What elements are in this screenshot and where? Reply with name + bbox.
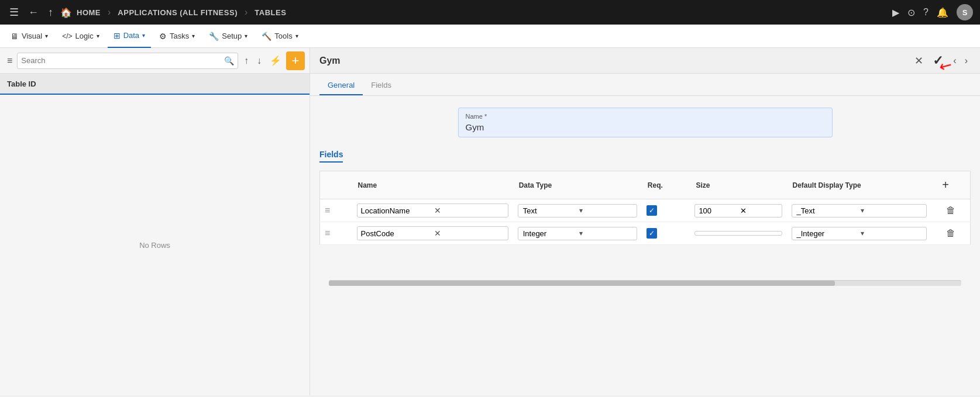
- nav-tools[interactable]: 🔨 Tools ▾: [256, 25, 304, 48]
- scrollbar-thumb: [329, 281, 835, 286]
- size-clear-1[interactable]: ✕: [740, 206, 778, 215]
- sidebar-toolbar-actions: ↑ ↓ ⚡ +: [240, 51, 305, 70]
- field-type-value-2: Integer: [523, 229, 576, 238]
- fields-table: Name Data Type Req. Size Default Display…: [319, 171, 971, 245]
- tables-label: TABLES: [255, 8, 286, 17]
- content-header-actions: ✕ ✓: [912, 51, 945, 71]
- display-type-value-2: _Integer: [797, 229, 858, 238]
- nav-tasks-label: Tasks: [170, 32, 189, 40]
- panel-title: Gym: [319, 56, 907, 66]
- field-name-clear-2[interactable]: ✕: [434, 229, 504, 238]
- delete-row-button-1[interactable]: 🗑: [946, 205, 955, 216]
- horizontal-scrollbar[interactable]: [329, 280, 961, 286]
- nav-setup-label: Setup: [222, 32, 242, 40]
- name-field-value[interactable]: Gym: [466, 122, 825, 132]
- req-checkbox-1[interactable]: ✓: [647, 205, 657, 216]
- sidebar-toolbar: ≡ 🔍 ↑ ↓ ⚡ +: [0, 48, 310, 74]
- nav-logic-label: Logic: [75, 32, 94, 40]
- field-name-clear-1[interactable]: ✕: [434, 206, 504, 215]
- confirm-button[interactable]: ✓: [930, 51, 945, 71]
- tasks-icon: ⚙: [159, 32, 167, 41]
- field-type-select-1[interactable]: Text ▾: [518, 204, 637, 218]
- play-icon[interactable]: ▶: [892, 7, 899, 18]
- display-type-select-1[interactable]: _Text ▾: [792, 204, 927, 218]
- main-layout: ≡ 🔍 ↑ ↓ ⚡ + Table ID No Rows: [0, 48, 980, 395]
- content-header: Gym ✕ ✓ ‹ ›: [310, 48, 980, 74]
- add-button[interactable]: +: [286, 51, 305, 70]
- name-field-container: Name * Gym: [458, 108, 833, 137]
- secondary-navbar: 🖥 Visual ▾ </> Logic ▾ ⊞ Data ▾ ⚙ Tasks …: [0, 25, 980, 48]
- table-row: ≡ PostCode ✕ Integer: [320, 222, 971, 245]
- prev-button[interactable]: ‹: [950, 54, 959, 68]
- field-type-select-2[interactable]: Integer ▾: [518, 227, 637, 240]
- field-type-value-1: Text: [523, 206, 576, 215]
- table-row: ≡ LocationName ✕ Text: [320, 199, 971, 222]
- nav-separator-1: ›: [108, 7, 111, 18]
- setup-icon: 🔧: [209, 32, 219, 41]
- req-checkbox-2[interactable]: ✓: [647, 228, 657, 239]
- back-icon[interactable]: ←: [26, 4, 41, 21]
- table-id-header: Table ID: [0, 74, 310, 95]
- display-type-select-2[interactable]: _Integer ▾: [792, 227, 927, 240]
- field-name-input-1[interactable]: LocationName ✕: [357, 203, 508, 218]
- chevron-down-icon-1: ▾: [579, 206, 632, 215]
- table-id-label: Table ID: [7, 80, 36, 88]
- search-box[interactable]: 🔍: [17, 53, 238, 69]
- nav-visual[interactable]: 🖥 Visual ▾: [5, 25, 54, 48]
- delete-row-button-2[interactable]: 🗑: [946, 228, 955, 239]
- close-button[interactable]: ✕: [912, 52, 926, 70]
- no-rows-label: No Rows: [0, 95, 310, 395]
- field-name-value-1: LocationName: [361, 206, 431, 215]
- next-button[interactable]: ›: [962, 54, 971, 68]
- col-header-size: Size: [690, 171, 786, 199]
- search-circle-icon[interactable]: ⊙: [907, 7, 915, 18]
- col-header-add: +: [931, 171, 970, 199]
- sidebar: ≡ 🔍 ↑ ↓ ⚡ + Table ID No Rows: [0, 48, 310, 395]
- field-name-input-2[interactable]: PostCode ✕: [357, 226, 508, 240]
- nav-setup[interactable]: 🔧 Setup ▾: [203, 25, 253, 48]
- col-header-name: Name: [352, 171, 513, 199]
- tab-general[interactable]: General: [319, 76, 363, 95]
- chevron-down-icon-display-2: ▾: [861, 229, 921, 237]
- bolt-button[interactable]: ⚡: [266, 53, 285, 68]
- fields-section-label: Fields: [319, 150, 343, 163]
- content-body: Name * Gym Fields Name Data Type Req.: [310, 96, 980, 395]
- nav-logic[interactable]: </> Logic ▾: [56, 25, 105, 48]
- nav-data[interactable]: ⊞ Data ▾: [108, 25, 151, 48]
- bell-icon[interactable]: 🔔: [937, 7, 948, 18]
- content-panel: Gym ✕ ✓ ‹ › General Fields Name *: [310, 48, 980, 395]
- col-header-req: Req.: [642, 171, 690, 199]
- size-input-1[interactable]: 100 ✕: [694, 204, 782, 218]
- logic-icon: </>: [62, 32, 72, 40]
- search-input[interactable]: [21, 56, 222, 65]
- menu-icon[interactable]: ☰: [7, 4, 21, 21]
- name-field-label: Name *: [466, 113, 825, 120]
- tab-fields[interactable]: Fields: [363, 76, 400, 95]
- field-name-value-2: PostCode: [361, 229, 431, 238]
- app-label: APPLICATIONS (ALL FITNESS): [118, 8, 238, 17]
- nav-data-label: Data: [123, 31, 139, 40]
- drag-handle-2[interactable]: ≡: [325, 228, 330, 238]
- upload-button[interactable]: ↑: [240, 53, 252, 68]
- data-icon: ⊞: [114, 31, 121, 40]
- chevron-down-icon-2: ▾: [579, 229, 632, 237]
- nav-separator-2: ›: [245, 7, 247, 18]
- drag-handle-1[interactable]: ≡: [325, 205, 330, 215]
- nav-tasks[interactable]: ⚙ Tasks ▾: [153, 25, 201, 48]
- display-type-value-1: _Text: [797, 206, 858, 215]
- search-icon: 🔍: [224, 56, 234, 65]
- filter-icon[interactable]: ≡: [5, 53, 15, 68]
- help-icon[interactable]: ?: [923, 7, 929, 18]
- size-value-1: 100: [699, 206, 737, 215]
- size-input-2[interactable]: [694, 231, 782, 236]
- col-header-data-type: Data Type: [513, 171, 642, 199]
- chevron-down-icon-display-1: ▾: [861, 206, 921, 215]
- download-button[interactable]: ↓: [253, 53, 265, 68]
- avatar[interactable]: S: [957, 4, 973, 20]
- nav-right-actions: ▶ ⊙ ? 🔔 S: [892, 4, 973, 20]
- add-field-button[interactable]: +: [937, 176, 954, 194]
- visual-icon: 🖥: [11, 32, 19, 41]
- up-icon[interactable]: ↑: [46, 4, 56, 21]
- nav-arrows: ‹ ›: [950, 54, 971, 68]
- top-navbar: ☰ ← ↑ 🏠 HOME › APPLICATIONS (ALL FITNESS…: [0, 0, 980, 25]
